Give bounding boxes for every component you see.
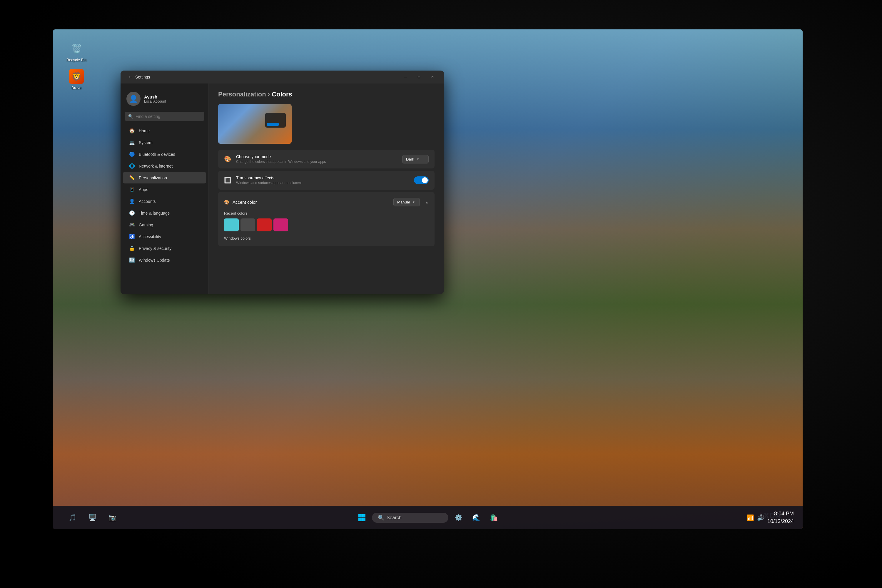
accent-color-title: Accent color — [232, 200, 257, 205]
transparency-setting-text: Transparency effects Windows and surface… — [236, 176, 409, 185]
desktop-icon-recycle-bin[interactable]: 🗑️ Recycle Bin — [64, 41, 88, 62]
accent-manual-dropdown[interactable]: Manual ▼ — [393, 198, 420, 206]
back-icon: ← — [128, 74, 133, 80]
close-button[interactable]: ✕ — [426, 72, 439, 82]
transparency-toggle-control[interactable] — [414, 176, 429, 184]
taskbar-search-icon: 🔍 — [378, 514, 384, 521]
search-icon: 🔍 — [128, 114, 133, 119]
sidebar-item-gaming-label: Gaming — [139, 222, 153, 227]
svg-rect-1 — [362, 514, 366, 518]
sidebar-item-personalization-label: Personalization — [139, 176, 167, 180]
sidebar-item-time-label: Time & language — [139, 211, 170, 216]
taskbar-icon-system-tray-left[interactable]: 🎵 — [64, 510, 80, 525]
sidebar-item-home-label: Home — [139, 129, 150, 133]
recent-colors-label: Recent colors — [224, 211, 429, 216]
sidebar-item-network[interactable]: 🌐 Network & internet — [123, 160, 206, 172]
color-swatch-teal[interactable] — [224, 219, 239, 231]
sidebar-item-accessibility-label: Accessibility — [139, 234, 161, 239]
sidebar-item-apps[interactable]: 📱 Apps — [123, 184, 206, 195]
desktop-icons-area: 🗑️ Recycle Bin 🦁 Brave — [64, 41, 88, 90]
sidebar-item-home[interactable]: 🏠 Home — [123, 125, 206, 136]
breadcrumb: Personalization › Colors — [218, 90, 435, 98]
taskbar-sound-icon: 🔊 — [757, 514, 764, 521]
desktop-icon-brave[interactable]: 🦁 Brave — [64, 69, 88, 90]
accent-accordion-arrow[interactable]: ▲ — [425, 200, 429, 204]
update-icon: 🔄 — [129, 257, 135, 263]
taskbar-clock: 8:04 PM 10/13/2024 — [767, 510, 794, 525]
personalization-icon: ✏️ — [129, 175, 135, 180]
user-info: Ayush Local Account — [144, 94, 166, 104]
svg-rect-2 — [358, 518, 362, 521]
network-icon: 🌐 — [129, 163, 135, 169]
sidebar: 👤 Ayush Local Account 🔍 🏠 Home — [120, 84, 209, 294]
system-icon: 💻 — [129, 140, 135, 145]
settings-window: ← Settings — □ ✕ 👤 Ayush Local Account — [120, 70, 444, 294]
color-swatch-red[interactable] — [257, 219, 272, 231]
sidebar-item-update-label: Windows Update — [139, 258, 170, 262]
main-content: Personalization › Colors 🎨 Choose your m… — [209, 84, 444, 294]
sidebar-item-privacy-label: Privacy & security — [139, 246, 171, 251]
transparency-toggle[interactable] — [414, 176, 429, 184]
sidebar-item-system-label: System — [139, 140, 153, 145]
back-button[interactable]: ← — [125, 73, 135, 81]
taskbar-settings-icon[interactable]: ⚙️ — [451, 510, 466, 525]
sidebar-item-accounts-label: Accounts — [139, 199, 156, 204]
color-swatch-gray[interactable] — [240, 219, 255, 231]
accent-manual-value: Manual — [397, 200, 410, 204]
taskbar-center: 🔍 Search ⚙️ 🌊 🛍️ — [354, 510, 501, 525]
user-name: Ayush — [144, 94, 166, 99]
recent-color-swatches — [224, 219, 429, 231]
mode-dropdown-control[interactable]: Dark ▼ — [402, 155, 429, 164]
mode-setting-title: Choose your mode — [236, 154, 398, 159]
sidebar-item-gaming[interactable]: 🎮 Gaming — [123, 219, 206, 231]
maximize-button[interactable]: □ — [412, 72, 426, 82]
sidebar-item-time[interactable]: 🕐 Time & language — [123, 207, 206, 219]
accent-dropdown-arrow: ▼ — [412, 201, 415, 204]
title-bar: ← Settings — □ ✕ — [120, 70, 444, 84]
sidebar-item-update[interactable]: 🔄 Windows Update — [123, 254, 206, 266]
accessibility-icon: ♿ — [129, 234, 135, 239]
mode-setting-row: 🎨 Choose your mode Change the colors tha… — [218, 150, 435, 168]
taskbar-date: 10/13/2024 — [767, 518, 794, 525]
breadcrumb-parent: Personalization — [218, 90, 266, 98]
accent-title-row: 🎨 Accent color Manual ▼ ▲ — [224, 198, 429, 206]
brave-label: Brave — [72, 86, 81, 90]
taskbar-store-icon[interactable]: 🛍️ — [486, 510, 501, 525]
window-controls: — □ ✕ — [399, 72, 439, 82]
brave-icon: 🦁 — [69, 69, 84, 84]
minimize-button[interactable]: — — [399, 72, 412, 82]
sidebar-item-bluetooth[interactable]: 🔵 Bluetooth & devices — [123, 148, 206, 160]
dropdown-arrow-icon: ▼ — [416, 158, 419, 161]
mode-dropdown[interactable]: Dark ▼ — [402, 155, 429, 164]
sidebar-item-accounts[interactable]: 👤 Accounts — [123, 195, 206, 207]
sidebar-item-privacy[interactable]: 🔒 Privacy & security — [123, 243, 206, 254]
sidebar-item-network-label: Network & internet — [139, 164, 172, 168]
search-input[interactable] — [135, 114, 201, 119]
taskbar-edge-icon[interactable]: 🌊 — [468, 510, 484, 525]
search-box[interactable]: 🔍 — [124, 112, 204, 121]
sidebar-item-bluetooth-label: Bluetooth & devices — [139, 152, 175, 157]
sidebar-item-personalization[interactable]: ✏️ Personalization — [123, 172, 206, 183]
user-profile: 👤 Ayush Local Account — [120, 88, 208, 112]
sidebar-item-accessibility[interactable]: ♿ Accessibility — [123, 231, 206, 242]
toggle-thumb — [422, 177, 428, 183]
sidebar-item-apps-label: Apps — [139, 187, 148, 192]
start-button[interactable] — [354, 510, 369, 525]
theme-preview — [218, 104, 292, 144]
color-swatch-pink[interactable] — [273, 219, 288, 231]
mode-setting-text: Choose your mode Change the colors that … — [236, 154, 398, 164]
settings-body: 👤 Ayush Local Account 🔍 🏠 Home — [120, 84, 444, 294]
apps-icon: 📱 — [129, 187, 135, 192]
taskbar-icon-display[interactable]: 🖥️ — [85, 510, 100, 525]
transparency-setting-row: 🔳 Transparency effects Windows and surfa… — [218, 171, 435, 190]
sidebar-nav: 🏠 Home 💻 System 🔵 Bluetooth & devices 🌐 … — [120, 124, 208, 266]
sidebar-item-system[interactable]: 💻 System — [123, 137, 206, 148]
transparency-setting-title: Transparency effects — [236, 176, 409, 180]
windows-colors-label: Windows colors — [224, 236, 429, 240]
gaming-icon: 🎮 — [129, 222, 135, 228]
privacy-icon: 🔒 — [129, 246, 135, 251]
taskbar-search[interactable]: 🔍 Search — [372, 513, 448, 523]
taskbar-icon-camera[interactable]: 📷 — [105, 510, 120, 525]
recycle-bin-icon: 🗑️ — [69, 41, 84, 56]
mode-setting-desc: Change the colors that appear in Windows… — [236, 160, 398, 164]
